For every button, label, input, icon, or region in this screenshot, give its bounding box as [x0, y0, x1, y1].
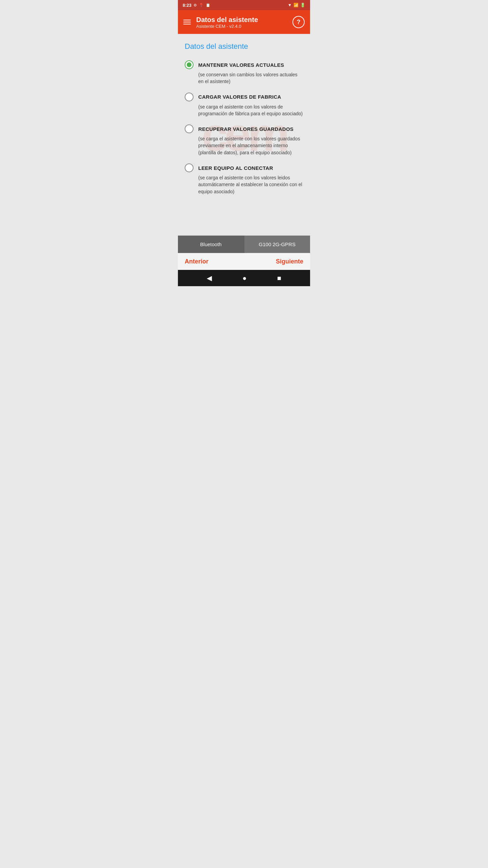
option-mantener-label: MANTENER VALORES ACTUALES — [198, 62, 284, 68]
option-mantener-header: MANTENER VALORES ACTUALES — [185, 60, 303, 69]
location-icon: 📍 — [199, 3, 204, 7]
bottom-tab-bar: Bluetooth G100 2G-GPRS — [178, 235, 310, 253]
recent-button[interactable]: ■ — [277, 274, 281, 282]
option-leer-label: LEER EQUIPO AL CONECTAR — [198, 165, 273, 171]
android-nav-bar: ◀ ● ■ — [178, 270, 310, 286]
help-button[interactable]: ? — [292, 16, 305, 28]
settings-icon: ⚙ — [194, 3, 197, 7]
status-bar-left: 8:23 ⚙ 📍 📋 — [183, 3, 210, 8]
status-time: 8:23 — [183, 3, 191, 8]
radio-mantener-inner — [187, 62, 191, 67]
section-title: Datos del asistente — [185, 42, 303, 51]
main-content: cem Datos del asistente MANTENER VALORES… — [178, 34, 310, 235]
anterior-button[interactable]: Anterior — [185, 258, 208, 265]
option-cargar-header: CARGAR VALORES DE FABRICA — [185, 93, 303, 101]
option-leer-header: LEER EQUIPO AL CONECTAR — [185, 163, 303, 172]
hamburger-line-1 — [183, 20, 191, 20]
app-bar-subtitle: Asistente CEM - v2.4.0 — [196, 24, 292, 29]
tab-bluetooth[interactable]: Bluetooth — [178, 236, 244, 253]
option-mantener-description: (se conservan sin cambios los valores ac… — [185, 71, 303, 85]
option-recuperar[interactable]: RECUPERAR VALORES GUARDADOS (se carga el… — [185, 124, 303, 156]
option-recuperar-description: (se carga el asistente con los valores g… — [185, 135, 303, 156]
options-container: MANTENER VALORES ACTUALES (se conservan … — [185, 60, 303, 202]
wifi-icon: ▼ — [288, 3, 292, 7]
home-button[interactable]: ● — [242, 274, 246, 282]
status-bar: 8:23 ⚙ 📍 📋 ▼ 📶 🔋 — [178, 0, 310, 10]
option-leer-description: (se carga el asistente con los valores l… — [185, 174, 303, 195]
menu-button[interactable] — [183, 20, 191, 24]
battery-icon: 🔋 — [300, 3, 305, 7]
status-bar-right: ▼ 📶 🔋 — [288, 3, 305, 7]
back-button[interactable]: ◀ — [207, 274, 212, 282]
option-cargar-description: (se carga el asistente con los valores d… — [185, 103, 303, 117]
nav-bar: Anterior Siguiente — [178, 253, 310, 270]
app-bar: Datos del asistente Asistente CEM - v2.4… — [178, 10, 310, 34]
tab-g100[interactable]: G100 2G-GPRS — [244, 236, 310, 253]
siguiente-button[interactable]: Siguiente — [276, 258, 303, 265]
radio-recuperar[interactable] — [185, 124, 194, 133]
signal-icon: 📶 — [293, 3, 299, 7]
app-bar-title: Datos del asistente — [196, 16, 292, 24]
radio-cargar[interactable] — [185, 93, 194, 101]
option-mantener[interactable]: MANTENER VALORES ACTUALES (se conservan … — [185, 60, 303, 85]
option-leer[interactable]: LEER EQUIPO AL CONECTAR (se carga el asi… — [185, 163, 303, 195]
hamburger-line-2 — [183, 22, 191, 22]
option-recuperar-header: RECUPERAR VALORES GUARDADOS — [185, 124, 303, 133]
option-cargar-label: CARGAR VALORES DE FABRICA — [198, 94, 281, 100]
radio-mantener[interactable] — [185, 60, 194, 69]
option-recuperar-label: RECUPERAR VALORES GUARDADOS — [198, 126, 293, 132]
radio-leer[interactable] — [185, 163, 194, 172]
app-bar-title-group: Datos del asistente Asistente CEM - v2.4… — [196, 16, 292, 29]
option-cargar[interactable]: CARGAR VALORES DE FABRICA (se carga el a… — [185, 93, 303, 117]
hamburger-line-3 — [183, 24, 191, 24]
sim-icon: 📋 — [206, 3, 210, 7]
